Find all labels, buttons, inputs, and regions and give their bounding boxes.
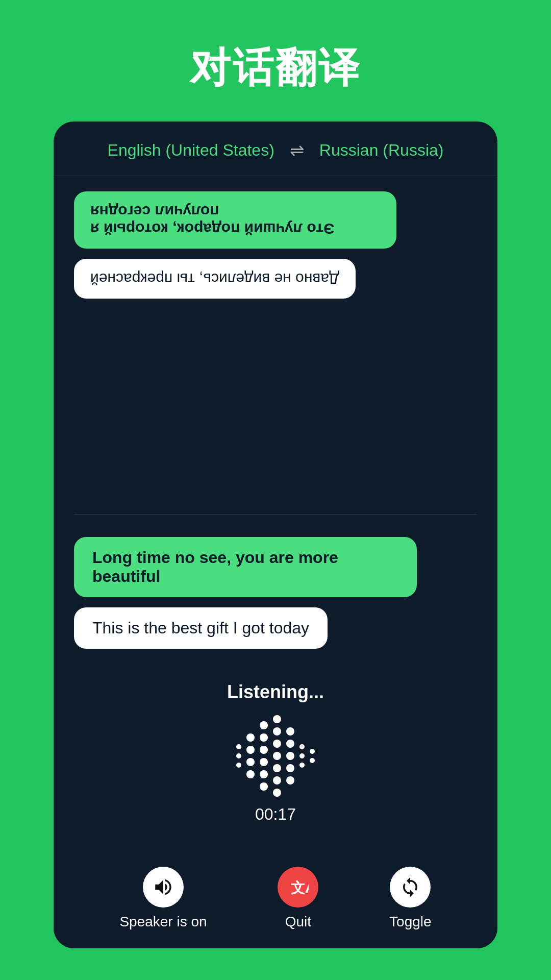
wave-dot (236, 744, 241, 749)
wave-dot (260, 758, 268, 766)
flipped-message-green: Это лучший подарок, который я получил се… (74, 191, 396, 249)
wave-dot (260, 721, 268, 729)
wave-dot (273, 776, 281, 785)
section-divider (74, 514, 477, 514)
language-left[interactable]: English (United States) (108, 141, 274, 160)
wave-col-1 (236, 744, 241, 768)
normal-messages: Long time no see, you are more beautiful… (74, 527, 477, 659)
wave-dot (273, 740, 281, 748)
wave-dot (246, 758, 255, 766)
quit-icon-circle[interactable]: 文A (278, 867, 318, 908)
wave-dot (299, 744, 305, 749)
toggle-label: Toggle (389, 914, 432, 930)
toggle-button[interactable]: Toggle (389, 867, 432, 930)
wave-dot (286, 752, 294, 760)
listening-section: Listening... (74, 671, 477, 839)
bottom-bar: Speaker is on 文A Quit Toggle (54, 854, 497, 948)
wave-dot (236, 763, 241, 768)
wave-dot (286, 740, 294, 748)
wave-dot (310, 758, 315, 763)
speaker-icon-circle[interactable] (143, 867, 184, 908)
listening-label: Listening... (227, 681, 324, 703)
quit-label: Quit (285, 914, 311, 930)
wave-col-3 (260, 721, 268, 791)
wave-col-6 (299, 744, 305, 768)
wave-dot (260, 770, 268, 778)
messages-area: Давно не виделись, ты прекрасней Это луч… (54, 176, 497, 854)
wave-col-4 (273, 715, 281, 797)
language-bar: English (United States) ⇌ Russian (Russi… (54, 121, 497, 176)
message-white-1: This is the best gift I got today (74, 607, 328, 649)
wave-dot (273, 727, 281, 736)
speaker-button[interactable]: Speaker is on (119, 867, 207, 930)
flipped-message-white: Давно не виделись, ты прекрасней (74, 259, 356, 299)
wave-dot (273, 752, 281, 760)
message-green-1: Long time no see, you are more beautiful (74, 537, 417, 597)
flipped-messages: Давно не виделись, ты прекрасней Это луч… (74, 191, 477, 502)
wave-dot (246, 770, 255, 778)
wave-dot (286, 727, 294, 736)
language-right[interactable]: Russian (Russia) (319, 141, 444, 160)
wave-dot (260, 782, 268, 791)
quit-icon: 文A (287, 876, 309, 898)
quit-button[interactable]: 文A Quit (278, 867, 318, 930)
wave-dot (310, 749, 315, 754)
wave-col-2 (246, 733, 255, 778)
wave-dot (236, 753, 241, 758)
speaker-icon (153, 876, 174, 898)
wave-dot (286, 776, 294, 785)
svg-text:文A: 文A (291, 880, 309, 896)
wave-dot (246, 733, 255, 742)
speaker-label: Speaker is on (119, 914, 207, 930)
wave-dot (260, 733, 268, 742)
timer-display: 00:17 (255, 805, 296, 824)
toggle-icon-circle[interactable] (390, 867, 431, 908)
wave-dot (246, 746, 255, 754)
wave-dot (273, 764, 281, 772)
waveform (236, 715, 315, 797)
wave-dot (286, 764, 294, 772)
toggle-icon (399, 876, 421, 898)
swap-languages-icon[interactable]: ⇌ (290, 140, 304, 160)
wave-col-7 (310, 749, 315, 763)
wave-dot (273, 715, 281, 723)
wave-dot (260, 746, 268, 754)
wave-dot (273, 789, 281, 797)
wave-dot (299, 763, 305, 768)
main-card: English (United States) ⇌ Russian (Russi… (54, 121, 497, 948)
wave-col-5 (286, 727, 294, 785)
page-title: 对话翻译 (190, 41, 361, 96)
wave-dot (299, 753, 305, 758)
